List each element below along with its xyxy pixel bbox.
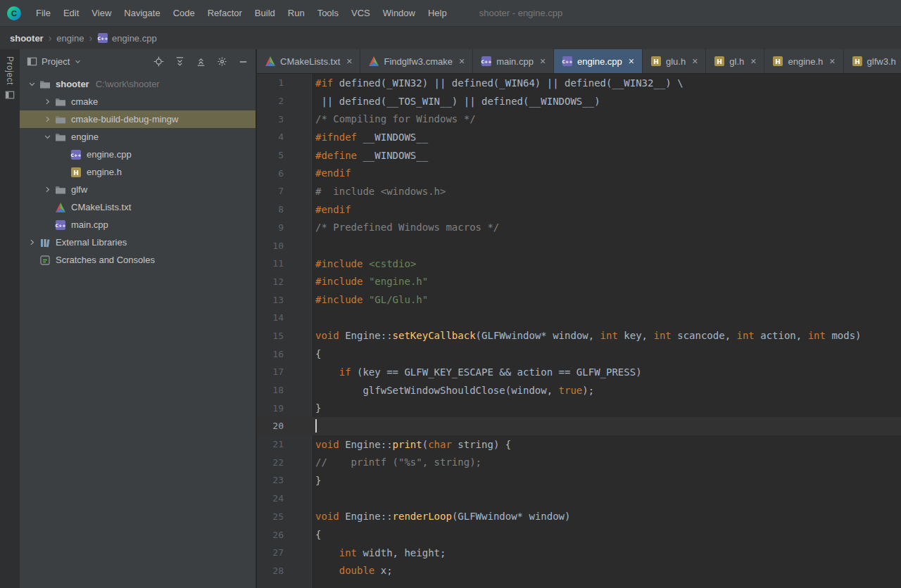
- line-number-15[interactable]: 15: [257, 331, 291, 341]
- close-icon[interactable]: ×: [540, 56, 546, 66]
- line-number-13[interactable]: 13: [257, 295, 291, 305]
- code-line-15[interactable]: 15void Engine::setKeyCallback(GLFWwindow…: [257, 327, 901, 345]
- menu-item-view[interactable]: View: [85, 8, 118, 18]
- tree-item-cmake-build-debug-mingw[interactable]: cmake-build-debug-mingw: [20, 110, 256, 128]
- menu-item-navigate[interactable]: Navigate: [118, 8, 166, 18]
- tree-item-external-libraries[interactable]: External Libraries: [20, 234, 256, 251]
- tab-main-cpp[interactable]: C++main.cpp×: [473, 49, 554, 73]
- menu-item-refactor[interactable]: Refactor: [201, 8, 248, 18]
- breadcrumb-item-engine[interactable]: engine: [56, 33, 84, 44]
- line-number-20[interactable]: 20: [257, 421, 291, 431]
- tab-glfw3-h[interactable]: Hglfw3.h×: [844, 49, 901, 73]
- line-number-12[interactable]: 12: [257, 276, 291, 287]
- code-line-26[interactable]: 26{: [257, 525, 901, 544]
- tree-item-engine[interactable]: engine: [20, 128, 256, 146]
- code-line-14[interactable]: 14: [257, 309, 901, 327]
- collapse-all-icon[interactable]: [196, 56, 206, 67]
- line-number-16[interactable]: 16: [257, 349, 291, 359]
- line-number-19[interactable]: 19: [257, 403, 291, 414]
- code-editor[interactable]: 1#if defined(_WIN32) || defined(_WIN64) …: [257, 74, 901, 588]
- app-logo-icon[interactable]: C: [7, 6, 21, 20]
- menu-item-code[interactable]: Code: [167, 8, 201, 18]
- code-line-18[interactable]: 18 glfwSetWindowShouldClose(window, true…: [257, 381, 901, 400]
- line-number-21[interactable]: 21: [257, 439, 291, 449]
- tree-item-main-cpp[interactable]: C++main.cpp: [20, 216, 256, 234]
- tree-item-glfw[interactable]: glfw: [20, 181, 256, 198]
- line-number-22[interactable]: 22: [257, 457, 291, 468]
- tab-gl-h[interactable]: Hgl.h×: [706, 49, 764, 73]
- code-line-9[interactable]: 9/* Predefined Windows macros */: [257, 219, 901, 237]
- settings-icon[interactable]: [217, 56, 227, 67]
- project-panel-title[interactable]: Project: [42, 56, 70, 67]
- code-line-13[interactable]: 13#include "GL/Glu.h": [257, 290, 901, 309]
- menu-item-help[interactable]: Help: [422, 8, 453, 18]
- chevron-right-icon[interactable]: [25, 238, 38, 247]
- close-icon[interactable]: ×: [459, 56, 465, 66]
- code-line-28[interactable]: 28 double x;: [257, 562, 901, 580]
- line-number-8[interactable]: 8: [257, 204, 291, 215]
- tree-item-engine-cpp[interactable]: C++engine.cpp: [20, 146, 256, 163]
- line-number-3[interactable]: 3: [257, 114, 291, 124]
- hide-icon[interactable]: [238, 56, 248, 67]
- code-line-19[interactable]: 19}: [257, 399, 901, 417]
- code-line-12[interactable]: 12#include "engine.h": [257, 273, 901, 291]
- chevron-down-icon[interactable]: [25, 79, 38, 89]
- tab-cmakelists-txt[interactable]: CMakeLists.txt×: [257, 49, 360, 73]
- line-number-4[interactable]: 4: [257, 132, 291, 142]
- menu-item-run[interactable]: Run: [282, 8, 311, 18]
- menu-item-tools[interactable]: Tools: [311, 8, 345, 18]
- code-line-11[interactable]: 11#include <cstdio>: [257, 255, 901, 273]
- menu-item-vcs[interactable]: VCS: [345, 8, 377, 18]
- code-line-23[interactable]: 23}: [257, 471, 901, 490]
- tab-findglfw3-cmake[interactable]: Findglfw3.cmake×: [360, 49, 473, 73]
- locate-icon[interactable]: [153, 56, 164, 67]
- line-number-2[interactable]: 2: [257, 96, 291, 106]
- line-number-14[interactable]: 14: [257, 312, 291, 323]
- line-number-1[interactable]: 1: [257, 77, 291, 88]
- menu-item-build[interactable]: Build: [248, 8, 282, 18]
- line-number-25[interactable]: 25: [257, 511, 291, 522]
- tab-engine-h[interactable]: Hengine.h×: [764, 49, 843, 73]
- line-number-10[interactable]: 10: [257, 241, 291, 251]
- line-number-9[interactable]: 9: [257, 222, 291, 233]
- line-number-6[interactable]: 6: [257, 168, 291, 179]
- expand-all-icon[interactable]: [175, 56, 185, 67]
- breadcrumb-item-engine-cpp[interactable]: C++engine.cpp: [97, 32, 157, 44]
- code-line-27[interactable]: 27 int width, height;: [257, 544, 901, 562]
- tree-item-cmake[interactable]: cmake: [20, 93, 256, 110]
- tab-glu-h[interactable]: Hglu.h×: [643, 49, 706, 73]
- tab-engine-cpp[interactable]: C++engine.cpp×: [554, 49, 643, 73]
- chevron-right-icon[interactable]: [41, 185, 53, 194]
- tree-item-scratches-and-consoles[interactable]: Scratches and Consoles: [20, 251, 256, 269]
- line-number-24[interactable]: 24: [257, 493, 291, 504]
- menu-item-edit[interactable]: Edit: [57, 8, 85, 18]
- close-icon[interactable]: ×: [750, 56, 756, 66]
- code-line-6[interactable]: 6#endif: [257, 164, 901, 182]
- code-line-4[interactable]: 4#ifndef __WINDOWS__: [257, 128, 901, 146]
- line-number-26[interactable]: 26: [257, 530, 291, 540]
- code-line-21[interactable]: 21void Engine::print(char string) {: [257, 435, 901, 454]
- tree-item-engine-h[interactable]: Hengine.h: [20, 163, 256, 181]
- code-line-7[interactable]: 7# include <windows.h>: [257, 182, 901, 200]
- project-stripe-button[interactable]: Project: [5, 56, 15, 100]
- code-line-17[interactable]: 17 if (key == GLFW_KEY_ESCAPE && action …: [257, 363, 901, 381]
- close-icon[interactable]: ×: [629, 56, 634, 66]
- line-number-11[interactable]: 11: [257, 258, 291, 269]
- chevron-right-icon[interactable]: [41, 97, 53, 106]
- line-number-23[interactable]: 23: [257, 475, 291, 485]
- code-line-22[interactable]: 22// printf ("%s", string);: [257, 453, 901, 471]
- line-number-5[interactable]: 5: [257, 150, 291, 160]
- code-line-25[interactable]: 25void Engine::renderLoop(GLFWwindow* wi…: [257, 508, 901, 526]
- code-line-5[interactable]: 5#define __WINDOWS__: [257, 146, 901, 165]
- line-number-17[interactable]: 17: [257, 366, 291, 377]
- menu-item-window[interactable]: Window: [377, 8, 422, 18]
- code-line-1[interactable]: 1#if defined(_WIN32) || defined(_WIN64) …: [257, 74, 901, 92]
- menu-item-file[interactable]: File: [30, 8, 57, 18]
- line-number-27[interactable]: 27: [257, 547, 291, 558]
- code-line-10[interactable]: 10: [257, 236, 901, 255]
- code-line-3[interactable]: 3/* Compiling for Windows */: [257, 110, 901, 128]
- code-line-20[interactable]: 20: [257, 417, 901, 435]
- tree-item-shooter[interactable]: shooterC:\work\shooter: [20, 75, 256, 93]
- tree-item-cmakelists-txt[interactable]: CMakeLists.txt: [20, 198, 256, 216]
- chevron-right-icon[interactable]: [41, 115, 53, 124]
